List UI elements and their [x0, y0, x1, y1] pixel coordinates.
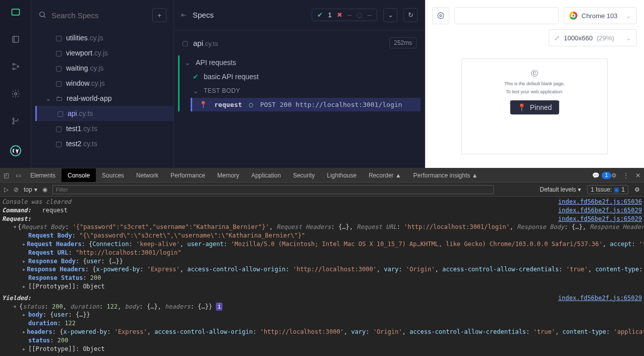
tab-recorder[interactable]: Recorder ▲ [363, 168, 407, 182]
browser-dropdown[interactable]: Chrome 103 ⌄ [564, 7, 637, 24]
tab-security[interactable]: Security [287, 168, 321, 182]
devtools-panel: ◰ ▭ Elements Console Sources Network Per… [0, 168, 644, 356]
spec-name: api [68, 109, 77, 117]
svg-point-7 [13, 123, 14, 124]
object-prop[interactable]: Request URL: "http://localhost:3001/logi… [2, 249, 642, 257]
search-input[interactable] [51, 11, 147, 20]
object-prop[interactable]: Response Status: 200 [2, 274, 642, 282]
svg-point-8 [11, 146, 21, 156]
issues-badge[interactable]: 1 Issue: ▣ 1 [587, 185, 628, 194]
folder-icon: 🗀 [55, 94, 63, 102]
console-cleared: Console was cleared [2, 198, 71, 206]
spec-file[interactable]: ▢ test2.cy.ts [35, 136, 173, 151]
object-prop[interactable]: status: 200 [2, 336, 642, 345]
object-prop[interactable]: ▸[[Prototype]]: Object [2, 345, 642, 353]
object-prop[interactable]: Request Body: "{\"password\":\"s3cret\",… [2, 231, 642, 240]
pinned-label: Pinned [530, 103, 552, 111]
more-icon[interactable]: ⋮ [620, 172, 632, 179]
reload-button[interactable]: ↻ [403, 8, 418, 22]
check-icon: ✔ [317, 11, 323, 19]
specs-header-icon[interactable]: ⇤ [181, 11, 187, 19]
tab-performance[interactable]: Performance [164, 168, 211, 182]
object-prop[interactable]: ▸[[Prototype]]: Object [2, 282, 642, 291]
spec-folder[interactable]: ⌄ 🗀 real-world-app [35, 91, 173, 106]
command-name: request [214, 101, 242, 108]
console-output: Console was clearedindex.fd56be2f.js:650… [0, 197, 644, 356]
source-link[interactable]: index.fd56be2f.js:65029 [558, 215, 642, 223]
settings-icon[interactable]: ⚙ [608, 172, 620, 179]
new-spec-button[interactable]: + [152, 8, 166, 22]
inspect-icon[interactable]: ◰ [0, 172, 12, 179]
describe-row[interactable]: ⌄ API requests [180, 55, 421, 70]
spec-name: viewport [66, 49, 92, 57]
tab-lighthouse[interactable]: Lighthouse [321, 168, 363, 182]
spec-name: test2 [66, 140, 81, 148]
device-toggle-icon[interactable]: ▭ [12, 172, 24, 179]
browser-label: Chrome 103 [581, 12, 618, 20]
tab-memory[interactable]: Memory [211, 168, 245, 182]
test-row[interactable]: ✔ basic API request [180, 70, 421, 84]
command-label: Command: [2, 206, 31, 215]
object-prop[interactable]: ▸Request Headers: {Connection: 'keep-ali… [2, 240, 642, 249]
source-link[interactable]: index.fd56be2f.js:65029 [558, 206, 642, 215]
file-icon: ▢ [57, 109, 64, 117]
object-prop[interactable]: duration: 122 [2, 319, 642, 328]
filter-input[interactable] [52, 185, 494, 194]
folder-name: real-world-app [67, 94, 111, 102]
svg-point-10 [438, 13, 444, 19]
file-icon: ▢ [55, 64, 62, 72]
cypress-app-icon[interactable] [9, 5, 23, 19]
context-selector[interactable]: top ▾ [24, 186, 37, 193]
chevron-down-icon: ⌄ [626, 12, 631, 20]
pin-icon: 📍 [199, 101, 207, 108]
settings-nav-icon[interactable] [9, 87, 23, 101]
close-icon[interactable]: ✕ [632, 172, 644, 179]
chrome-icon [569, 12, 577, 20]
selector-playground-button[interactable] [432, 7, 449, 24]
object-prop[interactable]: ▸Response Body: {user: {…}} [2, 257, 642, 266]
file-icon: ▢ [55, 49, 62, 57]
spec-file[interactable]: ▢ window.cy.js [35, 76, 173, 91]
spec-file[interactable]: ▢ viewport.cy.js [35, 45, 173, 61]
test-body-label: TEST BODY [204, 87, 240, 94]
debug-nav-icon[interactable] [9, 114, 23, 128]
command-row[interactable]: 📍 request ◯ POST 200 http://localhost:30… [191, 98, 421, 111]
object-summary[interactable]: ▾{Request Body: '{"password":"s3cret","u… [2, 223, 642, 231]
object-summary[interactable]: ▾{status: 200, duration: 122, body: {…},… [2, 303, 642, 311]
yielded-label: Yielded: [2, 294, 31, 303]
file-icon: ▢ [55, 140, 62, 148]
url-input[interactable] [454, 7, 559, 24]
eye-icon[interactable]: ◉ [42, 186, 47, 193]
object-prop[interactable]: ▸headers: {x-powered-by: 'Express', acce… [2, 328, 642, 336]
object-prop[interactable]: ▸body: {user: {…}} [2, 311, 642, 319]
console-toolbar: ▷ ⊘ top ▾ ◉ Default levels ▾ 1 Issue: ▣ … [0, 183, 644, 197]
specs-nav-icon[interactable] [9, 32, 23, 46]
clear-console-icon[interactable]: ⊘ [14, 186, 19, 193]
cypress-small-logo: ⓒ [531, 69, 538, 78]
spec-file[interactable]: ▢ test1.cy.ts [35, 121, 173, 136]
chevron-down-button[interactable]: ⌄ [383, 8, 397, 22]
tab-perf-insights[interactable]: Performance insights ▲ [407, 168, 484, 182]
tab-application[interactable]: Application [245, 168, 287, 182]
check-icon: ✔ [193, 73, 199, 81]
source-link[interactable]: index.fd56be2f.js:65036 [558, 198, 642, 206]
tab-sources[interactable]: Sources [96, 168, 130, 182]
play-icon[interactable]: ▷ [4, 186, 9, 193]
messages-icon[interactable]: 💬1 [596, 172, 608, 179]
log-levels-selector[interactable]: Default levels ▾ [540, 186, 581, 193]
viewport-dropdown[interactable]: ⤢ 1000x660 (29%) ⌄ [549, 29, 637, 46]
tab-elements[interactable]: Elements [24, 168, 62, 182]
x-icon: ✖ [337, 11, 342, 19]
tab-console[interactable]: Console [62, 168, 96, 182]
test-body-row[interactable]: ⌄ TEST BODY [180, 84, 421, 98]
spec-file-active[interactable]: ▢ api.cy.ts [35, 106, 173, 121]
tab-network[interactable]: Network [130, 168, 164, 182]
spec-file[interactable]: ▢ waiting.cy.js [35, 61, 173, 76]
object-prop[interactable]: ▸Response Headers: {x-powered-by: 'Expre… [2, 265, 642, 274]
spec-list-panel: + ▢ utilities.cy.js ▢ viewport.cy.js ▢ w… [31, 0, 174, 168]
spec-file[interactable]: ▢ utilities.cy.js [35, 30, 173, 45]
source-link[interactable]: index.fd56be2f.js:65029 [558, 294, 642, 303]
current-spec-name: api [193, 39, 203, 47]
settings-icon[interactable]: ⚙ [634, 186, 640, 193]
runs-nav-icon[interactable] [9, 60, 23, 74]
